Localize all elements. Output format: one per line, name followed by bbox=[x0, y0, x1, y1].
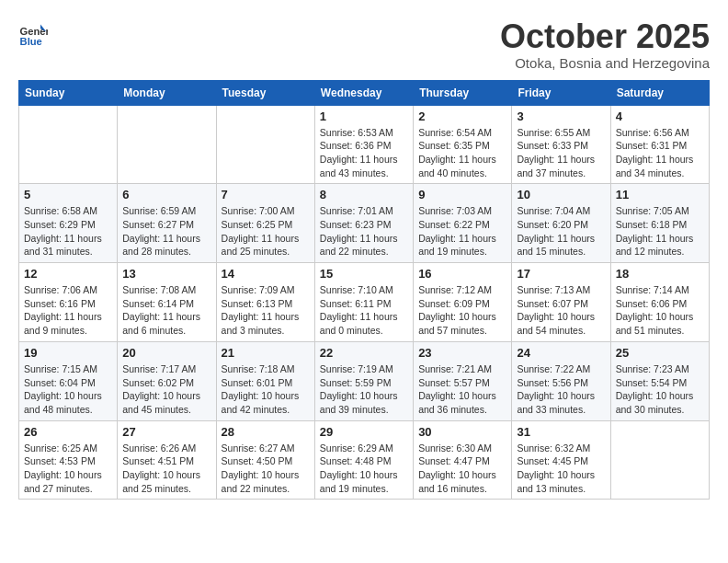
day-number: 16 bbox=[418, 267, 506, 281]
calendar-cell: 15Sunrise: 7:10 AM Sunset: 6:11 PM Dayli… bbox=[314, 263, 413, 342]
day-info: Sunrise: 7:19 AM Sunset: 5:59 PM Dayligh… bbox=[320, 362, 408, 417]
day-info: Sunrise: 7:23 AM Sunset: 5:54 PM Dayligh… bbox=[616, 362, 704, 417]
calendar-cell: 25Sunrise: 7:23 AM Sunset: 5:54 PM Dayli… bbox=[610, 341, 709, 420]
day-number: 18 bbox=[616, 267, 704, 281]
day-number: 29 bbox=[320, 425, 408, 439]
day-info: Sunrise: 7:08 AM Sunset: 6:14 PM Dayligh… bbox=[122, 283, 210, 338]
calendar-cell: 19Sunrise: 7:15 AM Sunset: 6:04 PM Dayli… bbox=[19, 341, 118, 420]
day-number: 11 bbox=[616, 188, 704, 201]
location-subtitle: Otoka, Bosnia and Herzegovina bbox=[500, 55, 710, 71]
weekday-header-row: SundayMondayTuesdayWednesdayThursdayFrid… bbox=[19, 80, 710, 105]
calendar-cell: 30Sunrise: 6:30 AM Sunset: 4:47 PM Dayli… bbox=[414, 420, 512, 500]
calendar-cell bbox=[118, 105, 216, 184]
calendar-week-row: 19Sunrise: 7:15 AM Sunset: 6:04 PM Dayli… bbox=[19, 341, 710, 420]
day-number: 31 bbox=[517, 425, 605, 439]
calendar-cell: 28Sunrise: 6:27 AM Sunset: 4:50 PM Dayli… bbox=[216, 420, 314, 500]
weekday-header-cell: Tuesday bbox=[216, 80, 314, 105]
logo: General Blue bbox=[18, 18, 48, 48]
calendar-cell: 5Sunrise: 6:58 AM Sunset: 6:29 PM Daylig… bbox=[19, 184, 118, 263]
calendar-cell: 7Sunrise: 7:00 AM Sunset: 6:25 PM Daylig… bbox=[216, 184, 314, 263]
calendar-cell: 24Sunrise: 7:22 AM Sunset: 5:56 PM Dayli… bbox=[512, 341, 610, 420]
day-number: 12 bbox=[24, 267, 112, 281]
day-number: 13 bbox=[122, 267, 210, 281]
day-info: Sunrise: 7:15 AM Sunset: 6:04 PM Dayligh… bbox=[24, 362, 112, 417]
calendar-cell: 18Sunrise: 7:14 AM Sunset: 6:06 PM Dayli… bbox=[610, 263, 709, 342]
calendar-week-row: 12Sunrise: 7:06 AM Sunset: 6:16 PM Dayli… bbox=[19, 263, 710, 342]
day-info: Sunrise: 7:06 AM Sunset: 6:16 PM Dayligh… bbox=[24, 283, 112, 338]
day-number: 9 bbox=[418, 188, 506, 201]
calendar-cell: 22Sunrise: 7:19 AM Sunset: 5:59 PM Dayli… bbox=[314, 341, 413, 420]
calendar-cell bbox=[216, 105, 314, 184]
calendar-cell: 11Sunrise: 7:05 AM Sunset: 6:18 PM Dayli… bbox=[610, 184, 709, 263]
calendar-cell: 17Sunrise: 7:13 AM Sunset: 6:07 PM Dayli… bbox=[512, 263, 610, 342]
weekday-header-cell: Wednesday bbox=[314, 80, 413, 105]
day-number: 14 bbox=[222, 267, 310, 281]
month-title: October 2025 bbox=[500, 18, 710, 55]
calendar-cell: 13Sunrise: 7:08 AM Sunset: 6:14 PM Dayli… bbox=[118, 263, 216, 342]
title-block: October 2025 Otoka, Bosnia and Herzegovi… bbox=[500, 18, 710, 71]
calendar-cell: 8Sunrise: 7:01 AM Sunset: 6:23 PM Daylig… bbox=[314, 184, 413, 263]
day-number: 21 bbox=[222, 346, 310, 360]
day-info: Sunrise: 6:56 AM Sunset: 6:31 PM Dayligh… bbox=[616, 126, 704, 180]
weekday-header-cell: Saturday bbox=[610, 80, 709, 105]
calendar-cell: 2Sunrise: 6:54 AM Sunset: 6:35 PM Daylig… bbox=[414, 105, 512, 184]
day-number: 1 bbox=[320, 109, 408, 123]
day-info: Sunrise: 7:22 AM Sunset: 5:56 PM Dayligh… bbox=[517, 362, 605, 417]
calendar-cell: 31Sunrise: 6:32 AM Sunset: 4:45 PM Dayli… bbox=[512, 420, 610, 500]
day-info: Sunrise: 6:59 AM Sunset: 6:27 PM Dayligh… bbox=[122, 204, 210, 259]
day-info: Sunrise: 6:26 AM Sunset: 4:51 PM Dayligh… bbox=[122, 442, 210, 496]
day-number: 7 bbox=[222, 188, 310, 201]
calendar-cell: 1Sunrise: 6:53 AM Sunset: 6:36 PM Daylig… bbox=[314, 105, 413, 184]
calendar-cell bbox=[610, 420, 709, 500]
day-number: 6 bbox=[122, 188, 210, 201]
calendar-cell: 26Sunrise: 6:25 AM Sunset: 4:53 PM Dayli… bbox=[19, 420, 118, 500]
calendar-week-row: 26Sunrise: 6:25 AM Sunset: 4:53 PM Dayli… bbox=[19, 420, 710, 500]
calendar-cell: 4Sunrise: 6:56 AM Sunset: 6:31 PM Daylig… bbox=[610, 105, 709, 184]
calendar-cell: 3Sunrise: 6:55 AM Sunset: 6:33 PM Daylig… bbox=[512, 105, 610, 184]
day-info: Sunrise: 7:04 AM Sunset: 6:20 PM Dayligh… bbox=[517, 204, 605, 259]
day-info: Sunrise: 7:13 AM Sunset: 6:07 PM Dayligh… bbox=[517, 283, 605, 338]
day-info: Sunrise: 6:32 AM Sunset: 4:45 PM Dayligh… bbox=[517, 442, 605, 496]
calendar-cell: 6Sunrise: 6:59 AM Sunset: 6:27 PM Daylig… bbox=[118, 184, 216, 263]
day-info: Sunrise: 7:05 AM Sunset: 6:18 PM Dayligh… bbox=[616, 204, 704, 259]
day-number: 17 bbox=[517, 267, 605, 281]
day-number: 15 bbox=[320, 267, 408, 281]
calendar-cell: 27Sunrise: 6:26 AM Sunset: 4:51 PM Dayli… bbox=[118, 420, 216, 500]
day-info: Sunrise: 7:01 AM Sunset: 6:23 PM Dayligh… bbox=[320, 204, 408, 259]
day-number: 23 bbox=[418, 346, 506, 360]
day-number: 22 bbox=[320, 346, 408, 360]
day-info: Sunrise: 7:12 AM Sunset: 6:09 PM Dayligh… bbox=[418, 283, 506, 338]
weekday-header-cell: Friday bbox=[512, 80, 610, 105]
day-info: Sunrise: 6:30 AM Sunset: 4:47 PM Dayligh… bbox=[418, 442, 506, 496]
day-number: 4 bbox=[616, 109, 704, 123]
day-info: Sunrise: 6:29 AM Sunset: 4:48 PM Dayligh… bbox=[320, 442, 408, 496]
calendar-cell: 20Sunrise: 7:17 AM Sunset: 6:02 PM Dayli… bbox=[118, 341, 216, 420]
day-number: 30 bbox=[418, 425, 506, 439]
weekday-header-cell: Monday bbox=[118, 80, 216, 105]
calendar-week-row: 5Sunrise: 6:58 AM Sunset: 6:29 PM Daylig… bbox=[19, 184, 710, 263]
weekday-header-cell: Sunday bbox=[19, 80, 118, 105]
day-info: Sunrise: 7:09 AM Sunset: 6:13 PM Dayligh… bbox=[222, 283, 310, 338]
calendar-cell: 29Sunrise: 6:29 AM Sunset: 4:48 PM Dayli… bbox=[314, 420, 413, 500]
day-info: Sunrise: 6:54 AM Sunset: 6:35 PM Dayligh… bbox=[418, 126, 506, 180]
day-number: 24 bbox=[517, 346, 605, 360]
day-number: 25 bbox=[616, 346, 704, 360]
svg-text:General: General bbox=[20, 26, 48, 37]
day-info: Sunrise: 6:58 AM Sunset: 6:29 PM Dayligh… bbox=[24, 204, 112, 259]
day-info: Sunrise: 7:03 AM Sunset: 6:22 PM Dayligh… bbox=[418, 204, 506, 259]
day-number: 10 bbox=[517, 188, 605, 201]
day-info: Sunrise: 7:14 AM Sunset: 6:06 PM Dayligh… bbox=[616, 283, 704, 338]
day-info: Sunrise: 6:53 AM Sunset: 6:36 PM Dayligh… bbox=[320, 126, 408, 180]
day-number: 2 bbox=[418, 109, 506, 123]
day-number: 28 bbox=[222, 425, 310, 439]
day-info: Sunrise: 7:00 AM Sunset: 6:25 PM Dayligh… bbox=[222, 204, 310, 259]
calendar-cell: 21Sunrise: 7:18 AM Sunset: 6:01 PM Dayli… bbox=[216, 341, 314, 420]
svg-text:Blue: Blue bbox=[20, 36, 42, 47]
day-number: 3 bbox=[517, 109, 605, 123]
weekday-header-cell: Thursday bbox=[414, 80, 512, 105]
calendar-week-row: 1Sunrise: 6:53 AM Sunset: 6:36 PM Daylig… bbox=[19, 105, 710, 184]
calendar-body: 1Sunrise: 6:53 AM Sunset: 6:36 PM Daylig… bbox=[19, 105, 710, 500]
day-number: 27 bbox=[122, 425, 210, 439]
calendar-cell bbox=[19, 105, 118, 184]
day-info: Sunrise: 6:55 AM Sunset: 6:33 PM Dayligh… bbox=[517, 126, 605, 180]
